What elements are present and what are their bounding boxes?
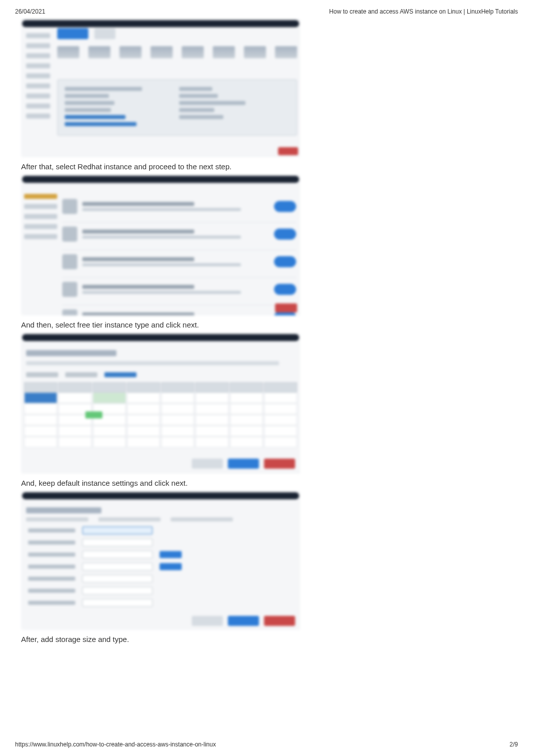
free-tier-badge xyxy=(85,411,102,418)
header-date: 26/04/2021 xyxy=(15,8,45,15)
table-row[interactable] xyxy=(24,403,297,414)
browser-bar xyxy=(22,20,299,27)
document-content: After that, select Redhat instance and p… xyxy=(0,19,533,643)
ami-logo-icon xyxy=(62,309,77,315)
next-button[interactable] xyxy=(264,616,295,626)
page-footer: https://www.linuxhelp.com/how-to-create-… xyxy=(15,741,518,748)
screenshot-choose-ami xyxy=(21,175,300,315)
ami-row xyxy=(62,223,296,250)
select-ami-button[interactable] xyxy=(274,284,296,295)
ami-sidebar xyxy=(24,194,57,239)
ami-row xyxy=(62,195,296,223)
review-launch-button[interactable] xyxy=(228,616,259,626)
ami-row xyxy=(62,305,296,315)
ami-logo-icon xyxy=(62,254,77,269)
form-row-iam xyxy=(28,587,293,595)
step-title xyxy=(26,350,116,356)
step-text-3: And, keep default instance settings and … xyxy=(21,479,512,487)
cancel-button[interactable] xyxy=(192,616,223,626)
ami-list xyxy=(62,195,296,315)
step-title xyxy=(26,507,101,513)
browser-bar xyxy=(22,492,299,499)
select-ami-button[interactable] xyxy=(274,201,296,212)
ami-logo-icon xyxy=(62,227,77,242)
table-row-selected[interactable] xyxy=(24,392,297,403)
footer-page-number: 2/9 xyxy=(509,741,518,748)
form-row-instances xyxy=(28,526,293,534)
screenshot-configure-instance xyxy=(21,491,300,630)
screenshot-ec2-dashboard xyxy=(21,19,300,157)
page-header: 26/04/2021 How to create and access AWS … xyxy=(0,0,533,19)
secondary-button[interactable] xyxy=(94,28,115,39)
ami-row xyxy=(62,278,296,305)
form-row-autoassign xyxy=(28,575,293,583)
screenshot-instance-type xyxy=(21,333,300,474)
table-row[interactable] xyxy=(24,437,297,448)
browser-bar xyxy=(22,334,299,341)
launch-instance-button[interactable] xyxy=(57,28,88,39)
ami-row xyxy=(62,250,296,278)
form-row-shutdown xyxy=(28,599,293,607)
table-row[interactable] xyxy=(24,425,297,437)
select-ami-button[interactable] xyxy=(274,256,296,267)
info-panel xyxy=(57,79,297,136)
dashboard-main xyxy=(57,28,297,136)
review-launch-button[interactable] xyxy=(228,459,259,469)
table-row[interactable] xyxy=(24,414,297,425)
footer-url: https://www.linuxhelp.com/how-to-create-… xyxy=(15,741,216,748)
next-button[interactable] xyxy=(264,459,295,469)
cancel-button[interactable] xyxy=(192,459,223,469)
form-row-network xyxy=(28,551,293,559)
header-title: How to create and access AWS instance on… xyxy=(329,8,518,15)
form-row-purchasing xyxy=(28,538,293,547)
ami-logo-icon xyxy=(62,199,77,214)
form-row-subnet xyxy=(28,563,293,571)
table-header-row xyxy=(24,382,297,392)
browser-bar xyxy=(22,176,299,183)
select-ami-button[interactable] xyxy=(274,229,296,240)
step-text-4: After, add storage size and type. xyxy=(21,635,512,643)
feedback-badge xyxy=(275,303,297,312)
step-text-1: After that, select Redhat instance and p… xyxy=(21,162,512,171)
dashboard-sidebar xyxy=(23,30,53,156)
ami-logo-icon xyxy=(62,282,77,297)
feedback-badge xyxy=(278,147,298,155)
step-text-2: And then, select free tier instance type… xyxy=(21,320,512,329)
